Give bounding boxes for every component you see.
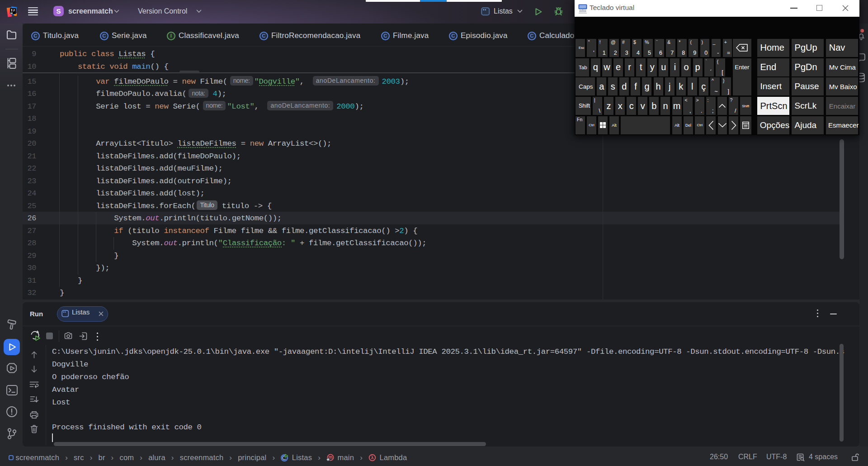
svg-text:λ: λ bbox=[371, 455, 373, 460]
